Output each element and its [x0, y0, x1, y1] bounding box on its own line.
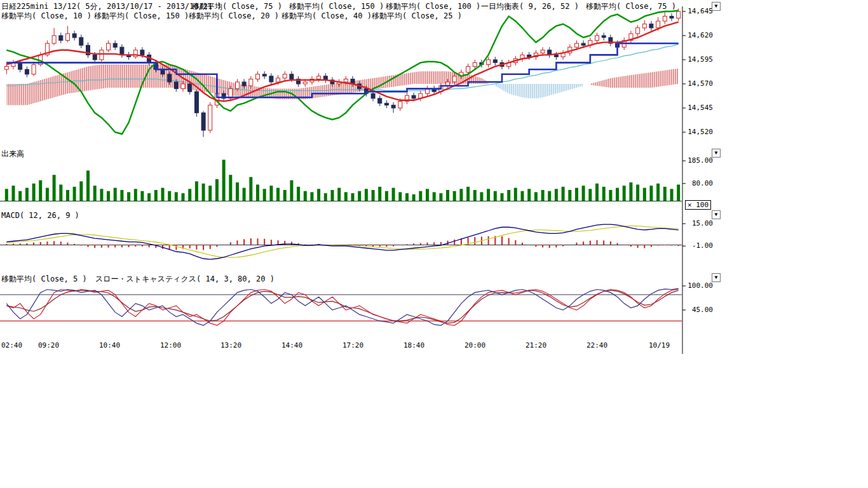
chevron-down-icon: ▼: [715, 3, 718, 9]
header-indicator-label: 移動平均( Close, 10 ): [1, 11, 92, 22]
time-axis-label: 21:20: [526, 341, 546, 349]
stoch-panel-dropdown-button[interactable]: ▼: [712, 273, 721, 282]
price-axis-label: 14,570: [685, 79, 713, 88]
macd-axis-label: -1.00: [685, 241, 713, 250]
main-panel-dropdown-button[interactable]: ▼: [712, 2, 721, 11]
time-axis-label: 13:20: [220, 341, 241, 349]
time-axis-label: 12:00: [160, 341, 181, 349]
volume-bars: [0, 159, 682, 201]
stoch-axis-label: 100.00: [685, 281, 713, 290]
macd-axis-label: 15.00: [685, 219, 713, 227]
stoch-ma-panel-label: 移動平均( Close, 5 ): [1, 274, 87, 285]
macd-panel-dropdown-button[interactable]: ▼: [712, 210, 721, 219]
time-axis-label: 02:40: [1, 341, 22, 349]
volume-multiplier-badge: × 100: [685, 200, 711, 210]
time-axis-label: 14:40: [281, 341, 302, 349]
header-indicator-label: 一目均衡表( 9, 26, 52 ): [481, 1, 579, 12]
chart-canvas[interactable]: [0, 0, 721, 356]
header-indicator-label: 移動平均( Close, 150 ): [94, 11, 189, 22]
time-axis-label: 20:00: [465, 341, 485, 349]
price-axis-label: 14,645: [685, 7, 713, 15]
time-axis-label: 18:40: [403, 341, 424, 349]
stochastics-panel-label: スロー・ストキャスティクス( 14, 3, 80, 20 ): [95, 274, 275, 285]
header-indicator-label: 移動平均( Close, 40 ): [281, 11, 372, 22]
header-indicator-label: 移動平均( Close, 75 ): [586, 1, 676, 12]
header-indicator-label: 移動平均( Close, 25 ): [372, 11, 462, 22]
time-axis-label: 10/19: [649, 341, 670, 349]
chevron-down-icon: ▼: [715, 212, 718, 217]
chart-application-window: 日経225mini 13/12( 5分, 2013/10/17 - 2013/1…: [0, 0, 868, 488]
volume-panel-label: 出来高: [1, 149, 24, 159]
price-axis-label: 14,520: [685, 128, 713, 136]
time-axis-label: 09:20: [38, 341, 59, 349]
stochastics-panel: [0, 288, 682, 325]
volume-axis-label: 80.00: [685, 179, 713, 187]
macd-panel-label: MACD( 12, 26, 9 ): [1, 211, 79, 220]
time-axis-label: 22:40: [587, 341, 607, 349]
chevron-down-icon: ▼: [715, 150, 718, 156]
chevron-down-icon: ▼: [715, 274, 718, 280]
price-axis-label: 14,595: [685, 55, 713, 64]
time-axis-label: 17:20: [342, 341, 363, 349]
time-axis-label: 10:40: [99, 341, 120, 349]
price-axis-label: 14,620: [685, 31, 713, 39]
volume-axis-label: 185.00: [685, 156, 713, 165]
ichimoku-cloud: [6, 65, 678, 105]
volume-panel-dropdown-button[interactable]: ▼: [712, 149, 721, 158]
header-indicator-label: 移動平均( Close, 20 ): [189, 11, 279, 22]
stoch-axis-label: 45.00: [685, 306, 713, 314]
macd-panel: [0, 224, 682, 259]
price-axis-label: 14,545: [685, 104, 713, 112]
